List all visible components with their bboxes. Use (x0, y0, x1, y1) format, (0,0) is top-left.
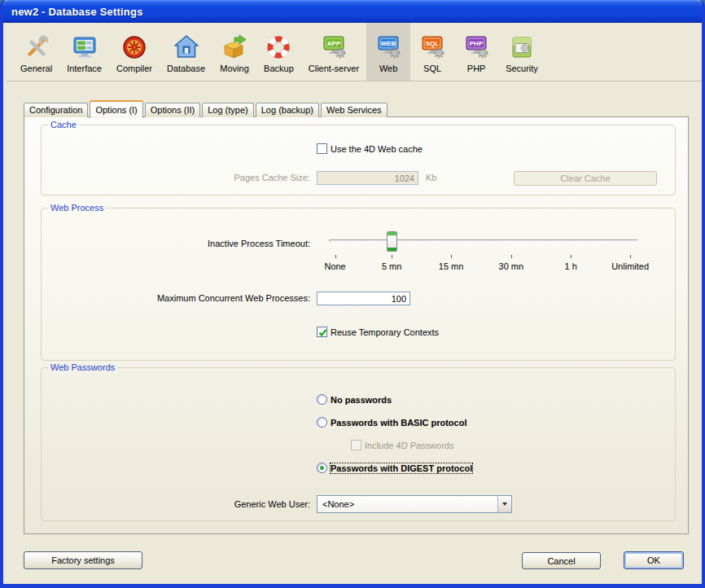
pages-cache-size-label: Pages Cache Size: (123, 173, 310, 182)
red-wheel-icon (120, 33, 149, 62)
tick-label-15mn: 15 mn (439, 261, 464, 271)
cache-group-title: Cache (48, 120, 79, 129)
app-screen-gear-icon: APP (319, 33, 348, 62)
monitor-checklist-icon (70, 33, 99, 62)
box-arrow-icon (220, 33, 249, 62)
toolbar-item-database[interactable]: Database (160, 23, 212, 81)
radio-label: No passwords (331, 395, 392, 405)
inactive-timeout-slider[interactable]: None 5 mn 15 mn 30 mn 1 h Unlimited (329, 229, 638, 274)
toolbar-item-client-server[interactable]: APP Client-server (301, 23, 366, 81)
checkbox-box-disabled (351, 440, 361, 450)
radio-circle-selected (317, 463, 327, 473)
tick-label-none: None (324, 261, 345, 271)
toolbar-label: Web (379, 64, 397, 73)
checkbox-box-checked (317, 327, 327, 337)
web-process-group: Web Process Inactive Process Timeout: No… (41, 208, 676, 361)
include-4d-passwords-label: Include 4D Passwords (365, 441, 453, 450)
max-processes-input[interactable] (317, 292, 410, 305)
toolbar-item-general[interactable]: General (13, 23, 59, 81)
database-settings-window: new2 - Database Settings General (0, 0, 705, 588)
toolbar-label: Backup (264, 64, 294, 73)
toolbar-label: Interface (67, 64, 102, 73)
tick-label-30mn: 30 mn (499, 261, 524, 271)
max-processes-label: Maximum Concurrent Web Processes: (123, 293, 310, 303)
reuse-contexts-label: Reuse Temporary Contexts (331, 327, 439, 337)
radio-no-passwords[interactable]: No passwords (317, 394, 392, 405)
web-screen-gear-icon: WEB (374, 33, 403, 62)
tick-label-1h: 1 h (565, 261, 577, 271)
toolbar-item-web[interactable]: WEB Web (366, 23, 410, 81)
toolbar-item-compiler[interactable]: Compiler (109, 23, 160, 81)
toolbar-label: Moving (220, 64, 248, 73)
toolbar-label: Compiler (116, 64, 152, 73)
settings-tabs: Configuration Options (I) Options (II) L… (24, 99, 389, 117)
toolbar-item-php[interactable]: PHP PHP (454, 23, 498, 81)
cache-unit-label: Kb (426, 173, 436, 182)
inactive-timeout-label: Inactive Process Timeout: (123, 239, 310, 248)
tab-options-2[interactable]: Options (II) (145, 103, 200, 117)
web-process-group-title: Web Process (48, 203, 106, 213)
ok-button[interactable]: OK (624, 551, 684, 569)
generic-web-user-label: Generic Web User: (123, 499, 310, 509)
svg-text:WEB: WEB (381, 40, 396, 47)
chevron-down-icon (502, 502, 507, 506)
slider-thumb[interactable] (387, 231, 397, 252)
dropdown-value: <None> (317, 499, 497, 509)
tools-icon (22, 33, 51, 62)
window-title: new2 - Database Settings (11, 6, 143, 18)
web-passwords-group: Web Passwords No passwords Passwords wit… (41, 367, 676, 521)
tab-options-1[interactable]: Options (I) (90, 100, 142, 118)
include-4d-passwords-checkbox: Include 4D Passwords (351, 440, 453, 450)
radio-circle (317, 417, 327, 428)
php-screen-gear-icon: PHP (462, 33, 491, 62)
tab-log-backup[interactable]: Log (backup) (256, 103, 319, 117)
house-icon (172, 33, 201, 62)
factory-settings-button[interactable]: Factory settings (24, 551, 142, 569)
toolbar-label: Client-server (309, 64, 359, 73)
toolbar-item-backup[interactable]: Backup (256, 23, 301, 81)
web-passwords-group-title: Web Passwords (48, 362, 117, 372)
radio-basic-protocol[interactable]: Passwords with BASIC protocol (317, 417, 466, 428)
tick-label-unlimited: Unlimited (611, 261, 649, 271)
tab-configuration[interactable]: Configuration (24, 103, 88, 117)
toolbar-label: SQL (423, 64, 441, 73)
svg-text:PHP: PHP (470, 40, 484, 47)
svg-text:SQL: SQL (426, 40, 440, 47)
toolbar-label: Security (506, 64, 538, 73)
radio-label: Passwords with BASIC protocol (331, 418, 466, 428)
lifesaver-icon (264, 33, 293, 62)
options-1-panel: Cache Use the 4D Web cache Pages Cache S… (24, 116, 689, 534)
toolbar-item-security[interactable]: Security (498, 23, 545, 81)
use-web-cache-checkbox[interactable]: Use the 4D Web cache (317, 143, 423, 154)
toolbar-label: PHP (467, 64, 486, 73)
radio-label: Passwords with DIGEST protocol (331, 463, 472, 473)
tab-web-services[interactable]: Web Services (321, 103, 388, 117)
pages-cache-size-input (317, 171, 418, 185)
toolbar-label: General (20, 64, 52, 73)
sql-screen-gear-icon: SQL (418, 33, 447, 62)
svg-text:APP: APP (327, 40, 341, 47)
radio-digest-protocol[interactable]: Passwords with DIGEST protocol (317, 463, 472, 473)
clear-cache-button: Clear Cache (514, 171, 657, 186)
toolbar-item-moving[interactable]: Moving (212, 23, 256, 81)
toolbar-label: Database (167, 64, 205, 73)
toolbar-item-sql[interactable]: SQL SQL (410, 23, 454, 81)
checkbox-box (317, 143, 327, 154)
cache-group: Cache Use the 4D Web cache Pages Cache S… (41, 125, 676, 195)
radio-circle (317, 394, 327, 405)
title-bar[interactable]: new2 - Database Settings (3, 0, 702, 23)
slider-track[interactable] (329, 239, 638, 243)
reuse-contexts-checkbox[interactable]: Reuse Temporary Contexts (317, 327, 439, 337)
tick-label-5mn: 5 mn (382, 261, 401, 271)
use-web-cache-label: Use the 4D Web cache (331, 144, 423, 154)
toolbar-item-interface[interactable]: Interface (59, 23, 109, 81)
green-card-icon (507, 33, 536, 62)
generic-web-user-dropdown[interactable]: <None> (317, 495, 512, 513)
settings-toolbar: General Interface (7, 23, 705, 81)
tab-log-type[interactable]: Log (type) (202, 103, 254, 117)
cancel-button[interactable]: Cancel (522, 552, 601, 569)
dropdown-arrow-button[interactable] (497, 496, 511, 512)
